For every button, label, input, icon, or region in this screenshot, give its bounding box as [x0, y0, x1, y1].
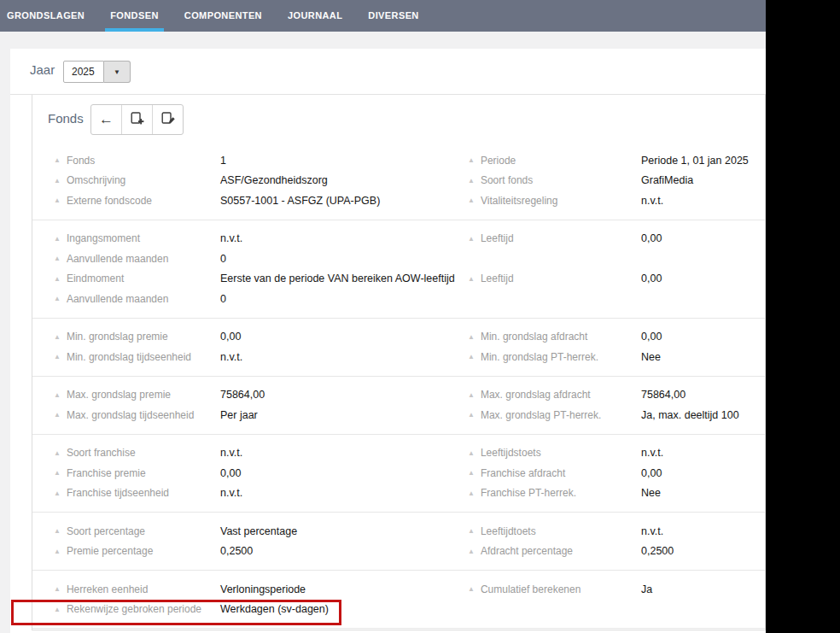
field-marker-icon: ▲	[54, 411, 61, 419]
field-row-min-grondslag-premie: ▲Min. grondslag premie 0,00 ▲Min. gronds…	[32, 327, 765, 348]
field-value: Eerste van de periode VAN bereiken AOW-l…	[220, 273, 468, 284]
field-value: S0557-1001 - ASFGZ (UPA-PGB)	[220, 195, 468, 207]
edit-fonds-button[interactable]	[153, 105, 183, 134]
tab-journaal[interactable]: JOURNAAL	[275, 0, 355, 32]
field-marker-icon: ▲	[468, 275, 475, 283]
field-value: 0,00	[641, 273, 765, 284]
field-block: ▲Soort franchise n.v.t. ▲Leeftijdstoets …	[32, 435, 765, 513]
field-label: Eindmoment	[67, 273, 124, 284]
fonds-toolbar: ←	[90, 104, 184, 135]
year-select[interactable]: 2025 ▼	[63, 61, 131, 83]
field-row-aanvullende-maanden-1: ▲Aanvullende maanden 0	[32, 249, 765, 269]
field-marker-icon: ▲	[468, 527, 475, 535]
field-label: Herreken eenheid	[67, 583, 148, 595]
field-label: Omschrijving	[67, 174, 125, 186]
field-value: n.v.t.	[220, 351, 468, 363]
field-row-rekenwijze-gebroken-periode: ▲Rekenwijze gebroken periode Werkdagen (…	[32, 600, 765, 620]
field-label: Leeftijd	[481, 273, 514, 284]
field-value: n.v.t.	[641, 447, 765, 459]
top-navbar: GRONDSLAGEN FONDSEN COMPONENTEN JOURNAAL…	[0, 0, 766, 32]
field-marker-icon: ▲	[54, 275, 61, 283]
field-marker-icon: ▲	[468, 333, 475, 341]
field-marker-icon: ▲	[54, 469, 61, 477]
field-label: Franchise tijdseenheid	[67, 487, 169, 499]
field-marker-icon: ▲	[54, 295, 61, 302]
field-marker-icon: ▲	[54, 527, 61, 535]
field-value: n.v.t.	[641, 195, 765, 207]
field-label: Periode	[481, 155, 516, 167]
field-label: Max. grondslag premie	[67, 389, 171, 401]
field-marker-icon: ▲	[54, 353, 61, 360]
field-marker-icon: ▲	[468, 585, 475, 593]
field-label: Rekenwijze gebroken periode	[67, 603, 201, 615]
field-row-eindmoment: ▲Eindmoment Eerste van de periode VAN be…	[32, 269, 765, 290]
edit-document-icon	[160, 111, 175, 129]
field-block: ▲Herreken eenheid Verloningsperiode ▲Cum…	[32, 571, 765, 629]
tab-diversen[interactable]: DIVERSEN	[355, 0, 431, 32]
field-marker-icon: ▲	[468, 156, 475, 164]
field-value: 0,2500	[641, 545, 765, 557]
field-label: Leeftijd	[481, 232, 514, 244]
field-label: Premie percentage	[67, 545, 153, 557]
year-label: Jaar	[30, 62, 55, 77]
field-label: Vitaliteitsregeling	[481, 195, 558, 207]
tab-grondslagen[interactable]: GRONDSLAGEN	[0, 0, 97, 32]
field-label: Franchise PT-herrek.	[481, 487, 576, 499]
field-value: 0,00	[641, 467, 765, 479]
field-label: Ingangsmoment	[67, 232, 140, 244]
field-block: ▲Min. grondslag premie 0,00 ▲Min. gronds…	[32, 319, 765, 377]
field-block: ▲Fonds 1 ▲Periode Periode 1, 01 jan 2025…	[32, 142, 765, 220]
field-value: Nee	[641, 487, 765, 499]
field-label: Afdracht percentage	[481, 545, 573, 557]
year-select-value[interactable]: 2025	[63, 61, 104, 83]
field-value: Verloningsperiode	[220, 583, 468, 595]
new-fonds-button[interactable]	[122, 105, 153, 134]
field-marker-icon: ▲	[54, 196, 61, 204]
field-label: Max. grondslag PT-herrek.	[481, 409, 601, 421]
field-row-ingangsmoment: ▲Ingangsmoment n.v.t. ▲Leeftijd 0,00	[32, 229, 765, 249]
field-label: Soort percentage	[67, 525, 145, 537]
field-row-externe-fondscode: ▲Externe fondscode S0557-1001 - ASFGZ (U…	[32, 190, 765, 211]
field-row-franchise-tijdseenheid: ▲Franchise tijdseenheid n.v.t. ▲Franchis…	[32, 484, 765, 504]
field-value: Nee	[641, 351, 765, 363]
field-marker-icon: ▲	[468, 449, 475, 457]
tab-componenten[interactable]: COMPONENTEN	[172, 0, 275, 32]
field-label: Min. grondslag afdracht	[481, 331, 587, 343]
field-row-soort-franchise: ▲Soort franchise n.v.t. ▲Leeftijdstoets …	[32, 443, 765, 464]
field-label: Min. grondslag tijdseenheid	[67, 351, 191, 363]
field-value: n.v.t.	[220, 487, 468, 499]
field-marker-icon: ▲	[54, 177, 61, 185]
field-value: 0,00	[220, 467, 468, 479]
field-row-soort-percentage: ▲Soort percentage Vast percentage ▲Leeft…	[32, 521, 765, 542]
field-marker-icon: ▲	[54, 548, 61, 555]
field-value: n.v.t.	[220, 232, 468, 244]
field-row-herreken-eenheid: ▲Herreken eenheid Verloningsperiode ▲Cum…	[32, 579, 765, 600]
fonds-detail-box: Fonds ←	[32, 95, 766, 630]
back-button[interactable]: ←	[91, 105, 122, 134]
field-value: 0	[220, 253, 468, 265]
field-marker-icon: ▲	[54, 255, 61, 262]
field-value: 0,00	[220, 331, 468, 343]
tab-fondsen[interactable]: FONDSEN	[97, 0, 172, 32]
field-label: Franchise afdracht	[481, 467, 565, 479]
field-value: Werkdagen (sv-dagen)	[220, 603, 468, 615]
field-label: Externe fondscode	[67, 195, 152, 207]
chevron-down-icon[interactable]: ▼	[104, 61, 131, 83]
field-value: Ja	[641, 583, 765, 595]
field-value: 1	[220, 155, 468, 167]
content-panel: Jaar 2025 ▼ Fonds ←	[10, 49, 766, 633]
field-value: Periode 1, 01 jan 2025	[641, 155, 765, 167]
field-value: n.v.t.	[641, 525, 765, 537]
field-marker-icon: ▲	[54, 391, 61, 399]
field-label: Cumulatief berekenen	[481, 583, 580, 595]
field-value: ASF/Gezondheidszorg	[220, 174, 468, 186]
field-marker-icon: ▲	[468, 489, 475, 497]
new-document-icon	[130, 111, 144, 129]
field-value: 0,00	[641, 331, 765, 343]
field-marker-icon: ▲	[54, 606, 61, 613]
field-row-omschrijving: ▲Omschrijving ASF/Gezondheidszorg ▲Soort…	[32, 171, 765, 191]
field-value: 0	[220, 293, 468, 305]
field-value: Ja, max. deeltijd 100	[641, 409, 765, 421]
field-value: GrafiMedia	[641, 174, 765, 186]
field-label: Min. grondslag PT-herrek.	[481, 351, 598, 363]
